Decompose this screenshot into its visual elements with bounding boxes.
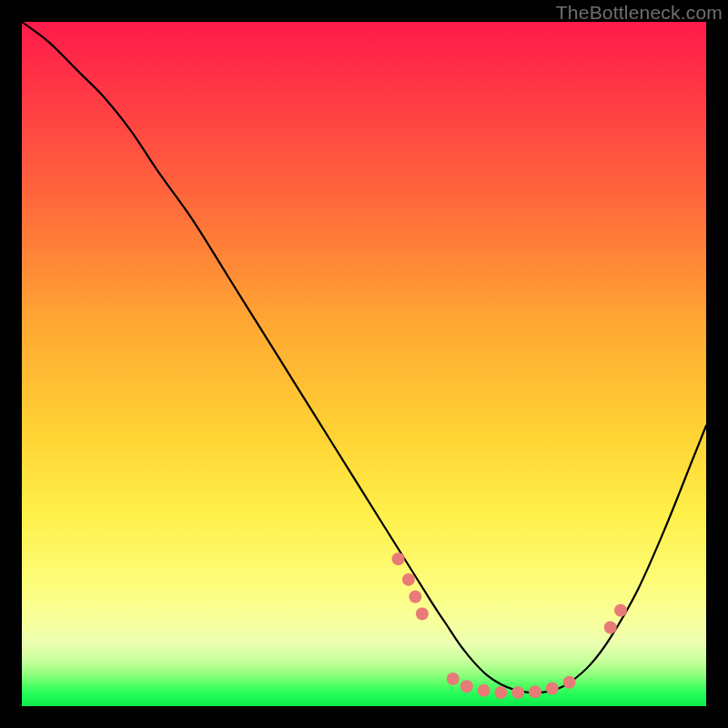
curve-markers-group	[392, 552, 627, 699]
curve-marker	[409, 591, 421, 603]
curve-marker	[563, 676, 576, 689]
curve-marker	[460, 680, 473, 693]
chart-svg	[22, 22, 706, 706]
curve-marker	[604, 622, 617, 634]
chart-frame	[22, 22, 706, 706]
curve-marker	[402, 573, 415, 586]
watermark-text: TheBottleneck.com	[556, 2, 723, 24]
curve-marker	[416, 607, 429, 620]
bottleneck-curve-line	[22, 22, 706, 693]
curve-marker	[478, 684, 490, 697]
curve-marker	[614, 604, 627, 617]
curve-marker	[546, 682, 559, 694]
curve-marker	[392, 552, 405, 565]
curve-marker	[511, 686, 524, 699]
curve-marker	[529, 685, 541, 698]
curve-marker	[494, 686, 507, 699]
curve-marker	[447, 672, 460, 685]
